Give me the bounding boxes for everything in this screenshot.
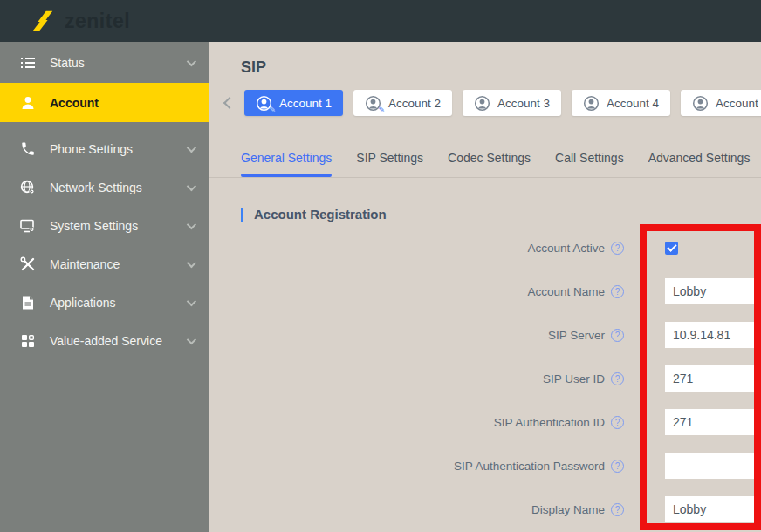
tab-codec-settings[interactable]: Codec Settings [448,143,531,177]
user-edit-icon: ✎ [256,95,272,112]
display-name-input[interactable] [665,496,761,522]
sidebar-item-label: Value-added Service [50,334,187,348]
edit-badge-icon: ✎ [378,106,385,114]
section-accent-bar [241,208,243,222]
chevron-down-icon [187,181,196,191]
section-header: Account Registration [241,207,387,222]
account-tab-label: Account 4 [607,97,659,110]
form-row-account-name: Account Name [209,269,761,313]
sidebar-item-label: Status [50,56,187,70]
sidebar-item-label: System Settings [50,219,187,233]
tools-icon [19,256,37,273]
field-label: Account Active [527,242,605,255]
form-row-sip-authentication-id: SIP Authentication ID [209,400,761,444]
user-edit-icon: ✎ [365,95,381,112]
sidebar-item-system-settings[interactable]: System Settings [0,207,209,245]
sidebar-item-label: Phone Settings [50,142,187,156]
zenitel-logo-icon [30,8,56,34]
settings-tab-bar: General Settings SIP Settings Codec Sett… [209,143,761,178]
sidebar-item-maintenance[interactable]: Maintenance [0,245,209,283]
account-3-button[interactable]: Account 3 [463,90,561,116]
field-label: Display Name [531,503,605,516]
account-active-checkbox[interactable] [665,242,678,255]
field-label: SIP Server [548,329,605,342]
account-tab-label: Account 2 [388,97,441,110]
tab-advanced-settings[interactable]: Advanced Settings [648,143,751,177]
grid-icon [19,332,37,350]
sidebar-item-label: Applications [50,296,187,310]
help-icon[interactable] [611,329,624,342]
sidebar-item-label: Maintenance [50,257,187,271]
globe-gear-icon [19,179,37,196]
account-2-button[interactable]: ✎ Account 2 [353,90,452,116]
help-icon[interactable] [611,372,624,385]
sidebar-item-label: Network Settings [50,181,187,194]
field-label: SIP Authentication Password [454,460,605,473]
form-row-sip-user-id: SIP User ID [209,357,761,400]
help-icon[interactable] [611,503,624,516]
field-label: SIP User ID [543,372,605,385]
tab-sip-settings[interactable]: SIP Settings [356,143,423,177]
sidebar-item-label: Account [50,96,194,110]
document-icon [19,294,37,311]
sidebar-item-account[interactable]: Account [0,83,209,122]
account-tab-bar: ✎ Account 1 ✎ Account 2 [209,90,761,116]
brand-name: zenitel [65,10,130,33]
sip-server-input[interactable] [665,322,761,348]
phone-icon [19,140,37,158]
chevron-down-icon [187,220,196,229]
user-icon [474,95,490,112]
sip-authentication-id-input[interactable] [665,409,761,435]
help-icon[interactable] [611,416,624,429]
user-icon [583,95,600,112]
field-label: Account Name [527,285,605,298]
chevron-down-icon [187,56,196,65]
chevron-down-icon [187,143,196,153]
sidebar-item-network-settings[interactable]: Network Settings [0,168,209,207]
main-content: SIP ✎ Account 1 [209,42,761,532]
sip-authentication-password-input[interactable] [665,453,761,479]
tab-general-settings[interactable]: General Settings [241,143,332,177]
edit-badge-icon: ✎ [269,106,276,114]
screen: zenitel Status Account [0,0,761,532]
monitor-gear-icon [19,217,37,235]
sip-user-id-input[interactable] [665,365,761,392]
field-label: SIP Authentication ID [494,416,605,429]
user-icon [19,94,37,112]
sidebar-item-status[interactable]: Status [0,42,209,83]
form-row-display-name: Display Name [209,488,761,531]
form-row-sip-server: SIP Server [209,313,761,357]
account-4-button[interactable]: Account 4 [572,90,670,116]
help-icon[interactable] [611,460,624,473]
account-tab-label: Account 5 [716,97,761,110]
page-title: SIP [241,58,266,77]
chevron-down-icon [187,297,196,306]
sidebar-item-applications[interactable]: Applications [0,283,209,322]
tab-call-settings[interactable]: Call Settings [555,143,624,177]
account-registration-form: Account Active Account Name SIP Se [209,226,761,531]
form-row-sip-authentication-password: SIP Authentication Password [209,444,761,488]
section-title: Account Registration [254,207,387,222]
sidebar: Status Account Phone Settings [0,42,209,532]
account-tab-label: Account 3 [497,97,550,110]
sidebar-item-value-added-service[interactable]: Value-added Service [0,322,209,360]
user-icon [692,95,709,112]
topbar: zenitel [0,0,761,42]
help-icon[interactable] [611,285,624,298]
account-tab-label: Account 1 [279,97,332,110]
list-icon [19,54,37,72]
sidebar-item-phone-settings[interactable]: Phone Settings [0,130,209,168]
chevron-down-icon [187,258,196,268]
account-5-button[interactable]: Account 5 [681,90,761,116]
scroll-left-icon[interactable] [223,97,236,109]
account-1-button[interactable]: ✎ Account 1 [244,90,343,116]
account-name-input[interactable] [665,278,761,304]
chevron-down-icon [187,335,196,344]
form-row-account-active: Account Active [209,226,761,269]
help-icon[interactable] [611,242,624,255]
